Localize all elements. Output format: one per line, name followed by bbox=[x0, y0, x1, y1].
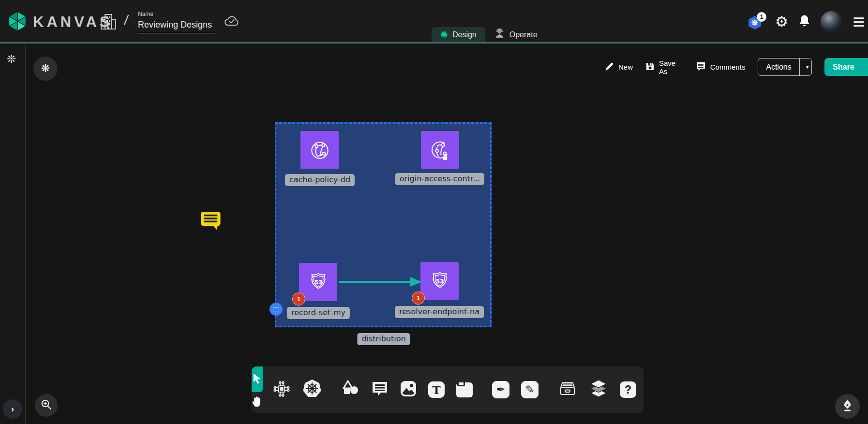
comment-tool-icon[interactable] bbox=[371, 380, 389, 399]
pan-tool-button[interactable] bbox=[252, 392, 263, 413]
design-spiral-icon: ✺ bbox=[440, 30, 448, 39]
share-split-button[interactable]: Share bbox=[824, 58, 868, 76]
svg-text:53: 53 bbox=[314, 278, 322, 285]
group-label-distribution[interactable]: distribution bbox=[357, 333, 410, 345]
node-label-record-set[interactable]: record-set-my bbox=[287, 307, 350, 319]
meshery-spiral-icon[interactable]: ❊ bbox=[7, 53, 16, 66]
node-label-origin-access-control[interactable]: origin-access-contr... bbox=[395, 173, 484, 185]
actions-dropdown-caret[interactable]: ▼ bbox=[799, 58, 812, 75]
settings-gear-icon[interactable]: ⚙ bbox=[775, 15, 788, 29]
node-origin-access-control[interactable] bbox=[421, 131, 459, 169]
mode-tabs: ✺ Design Operate bbox=[432, 27, 546, 42]
save-as-button[interactable]: Save As bbox=[645, 59, 683, 75]
archive-drawer-icon[interactable] bbox=[558, 381, 577, 398]
left-sidebar: ❊ › bbox=[0, 45, 26, 424]
kanvas-hexagon-icon bbox=[7, 11, 28, 34]
image-tool-icon[interactable] bbox=[400, 380, 417, 399]
hand-icon bbox=[252, 395, 263, 409]
design-name-block: Name bbox=[138, 11, 215, 33]
design-name-label: Name bbox=[138, 11, 215, 17]
user-avatar[interactable] bbox=[821, 11, 842, 32]
toolbar-group-annotation: T bbox=[331, 366, 482, 413]
layers-icon[interactable] bbox=[589, 379, 608, 400]
edge-record-set-to-resolver[interactable] bbox=[338, 275, 423, 291]
shapes-tool-icon[interactable] bbox=[341, 380, 359, 399]
sidebar-expand-button[interactable]: › bbox=[3, 399, 22, 419]
pen-path-tool-icon[interactable]: ✒ bbox=[492, 381, 509, 398]
tab-operate[interactable]: Operate bbox=[485, 27, 546, 42]
text-tool-icon[interactable]: T bbox=[428, 381, 445, 398]
notifications-bell-icon[interactable] bbox=[799, 15, 810, 29]
design-name-input[interactable] bbox=[138, 19, 215, 33]
pen-nib-icon bbox=[842, 399, 853, 414]
new-pencil-icon bbox=[605, 62, 614, 73]
resolver-endpoint-issue-badge[interactable]: 1 bbox=[412, 292, 425, 305]
group-selection-handle[interactable] bbox=[269, 303, 283, 316]
actions-split-button[interactable]: Actions ▼ bbox=[758, 58, 812, 76]
header: KANVAS / Name bbox=[0, 0, 868, 44]
operate-person-icon bbox=[494, 28, 505, 41]
tab-design-label: Design bbox=[452, 30, 477, 39]
new-button[interactable]: New bbox=[605, 62, 633, 73]
record-set-issue-badge[interactable]: 1 bbox=[292, 292, 305, 306]
toolbar-group-utility: ? bbox=[548, 366, 646, 413]
app-root: KANVAS / Name bbox=[0, 0, 868, 424]
save-as-button-label: Save As bbox=[659, 59, 683, 75]
comments-button[interactable]: Comments bbox=[696, 61, 746, 73]
comments-button-label: Comments bbox=[710, 63, 746, 71]
kanvas-logo[interactable]: KANVAS bbox=[7, 11, 113, 34]
help-tool-icon[interactable]: ? bbox=[620, 381, 636, 398]
new-button-label: New bbox=[618, 63, 633, 71]
pen-mode-fab[interactable] bbox=[835, 394, 860, 419]
design-actionbar: New Save As Co bbox=[605, 58, 868, 76]
save-floppy-icon bbox=[645, 62, 655, 73]
node-record-set[interactable]: 53 bbox=[299, 263, 337, 301]
toolbar-pointer-column bbox=[252, 366, 263, 413]
zoom-in-icon bbox=[40, 398, 52, 412]
flower-menu-icon: ❋ bbox=[41, 62, 50, 75]
canvas-toolbar: T ✒ ✎ bbox=[252, 366, 644, 413]
select-tool-button[interactable] bbox=[252, 366, 263, 392]
node-resolver-endpoint[interactable]: 53 bbox=[420, 262, 459, 300]
kubernetes-count-badge: 1 bbox=[757, 12, 766, 22]
svg-text:53: 53 bbox=[435, 278, 444, 284]
organization-icon[interactable] bbox=[100, 13, 117, 33]
frame-mini-rect bbox=[457, 381, 465, 386]
cloud-saved-icon bbox=[224, 15, 240, 29]
components-circuit-icon[interactable] bbox=[272, 380, 291, 399]
breadcrumb-separator: / bbox=[123, 13, 129, 28]
toolbar-group-drawing: ✒ ✎ bbox=[482, 366, 548, 413]
toolbar-group-infrastructure bbox=[263, 366, 331, 413]
frame-tool-icon[interactable] bbox=[456, 382, 473, 397]
header-right-cluster: 1 ⚙ bbox=[748, 0, 864, 44]
tab-design[interactable]: ✺ Design bbox=[432, 27, 485, 42]
share-button-label: Share bbox=[824, 58, 862, 76]
node-label-resolver-endpoint[interactable]: resolver-endpoint-na bbox=[395, 306, 484, 318]
canvas-menu-fab[interactable]: ❋ bbox=[33, 57, 58, 81]
node-cache-policy[interactable] bbox=[300, 131, 339, 169]
zoom-in-fab[interactable] bbox=[35, 394, 58, 417]
kubernetes-tool-icon[interactable] bbox=[302, 379, 322, 400]
cursor-arrow-icon bbox=[252, 373, 262, 386]
actions-button-label: Actions bbox=[758, 58, 799, 75]
comments-bubble-icon bbox=[696, 61, 706, 73]
kubernetes-context-button[interactable]: 1 bbox=[748, 14, 764, 29]
dashed-rect-icon bbox=[273, 307, 279, 311]
tab-operate-label: Operate bbox=[509, 30, 538, 39]
node-label-cache-policy[interactable]: cache-policy-dd bbox=[285, 174, 355, 186]
canvas-comment-marker[interactable] bbox=[200, 210, 222, 233]
pencil-tool-icon[interactable]: ✎ bbox=[521, 381, 539, 398]
overflow-menu-icon[interactable] bbox=[853, 17, 864, 27]
copy-link-icon[interactable] bbox=[863, 58, 868, 76]
